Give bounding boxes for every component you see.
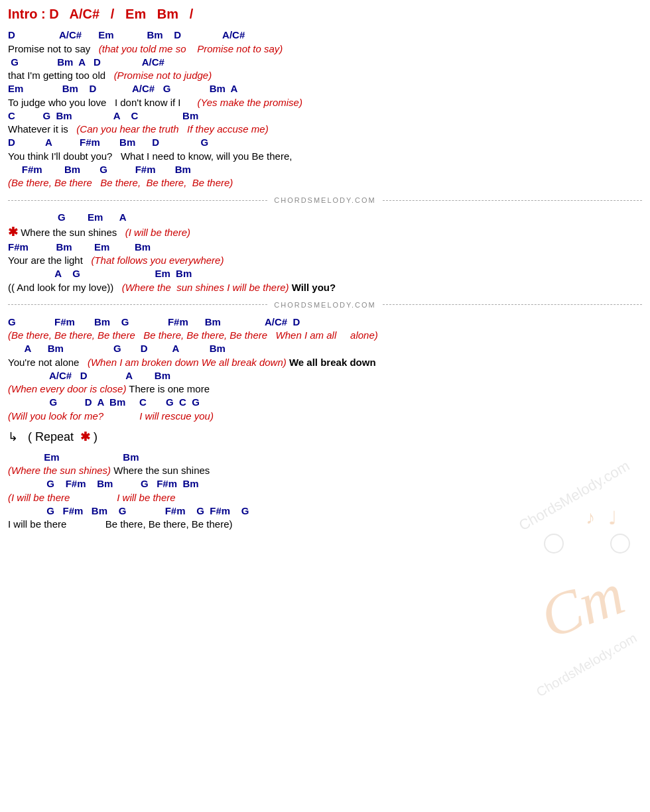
chord-line: D A F#m Bm D G bbox=[8, 136, 642, 149]
intro-chords: D A/C# / Em Bm / bbox=[49, 7, 193, 21]
lyric-line: (Will you look for me? I will rescue you… bbox=[8, 409, 642, 423]
chord-line: G F#m Bm G F#m Bm A/C# D bbox=[8, 316, 642, 329]
lyric-line: that I'm getting too old (Promise not to… bbox=[8, 68, 642, 82]
chord-line: G Em A bbox=[8, 211, 642, 224]
chord-line: Em Bm D A/C# G Bm A bbox=[8, 82, 642, 95]
lyric-line: (Be there, Be there Be there, Be there, … bbox=[8, 176, 642, 190]
section-1: D A/C# Em Bm D A/C# Promise not to say (… bbox=[8, 29, 642, 190]
lyric-line: (( And look for my love)) (Where the sun… bbox=[8, 280, 642, 294]
chord-line: F#m Bm Em Bm bbox=[8, 241, 642, 254]
watermark-text-bottom: ChordsMelody.com bbox=[534, 630, 639, 700]
intro-line: Intro : D A/C# / Em Bm / bbox=[8, 7, 642, 22]
watermark-cm: Cm bbox=[531, 559, 633, 652]
lyric-line: ✱ Where the sun shines (I will be there) bbox=[8, 224, 642, 241]
lyric-line: (Where the sun shines) Where the sun shi… bbox=[8, 463, 642, 477]
chord-line: D A/C# Em Bm D A/C# bbox=[8, 29, 642, 42]
lyric-line: To judge who you love I don't know if I … bbox=[8, 95, 642, 109]
chord-line: A Bm G D A Bm bbox=[8, 342, 642, 355]
lyric-line: Your are the light (That follows you eve… bbox=[8, 253, 642, 267]
lyric-line: You think I'll doubt you? What I need to… bbox=[8, 149, 642, 163]
chord-line: A/C# D A Bm bbox=[8, 369, 642, 382]
chord-line: G Bm A D A/C# bbox=[8, 56, 642, 69]
intro-label: Intro : bbox=[8, 7, 46, 21]
divider-line-left bbox=[8, 200, 267, 201]
watermark-circle-left bbox=[544, 534, 564, 553]
page-content: Intro : D A/C# / Em Bm / D A/C# Em Bm D … bbox=[8, 7, 642, 531]
divider-line-left bbox=[8, 304, 267, 305]
chord-line: A G Em Bm bbox=[8, 267, 642, 280]
chord-line: G F#m Bm G F#m G F#m G bbox=[8, 504, 642, 518]
divider-line-right bbox=[383, 304, 642, 305]
chord-line: G D A Bm C G C G bbox=[8, 396, 642, 409]
divider-text: CHORDSMELODY.COM bbox=[274, 196, 375, 204]
chord-line: G F#m Bm G F#m Bm bbox=[8, 477, 642, 491]
repeat-arrow: ↳ bbox=[8, 430, 18, 443]
lyric-line: (I will be there I will be there bbox=[8, 491, 642, 504]
watermark-circle-right bbox=[610, 534, 630, 553]
divider-1: CHORDSMELODY.COM bbox=[8, 196, 642, 204]
section-3: G F#m Bm G F#m Bm A/C# D (Be there, Be t… bbox=[8, 316, 642, 423]
lyric-line: I will be there Be there, Be there, Be t… bbox=[8, 517, 642, 531]
chord-line: C G Bm A C Bm bbox=[8, 109, 642, 123]
lyric-line: Promise not to say (that you told me so … bbox=[8, 42, 642, 56]
divider-line-right bbox=[383, 200, 642, 201]
lyric-line: Whatever it is (Can you hear the truth I… bbox=[8, 122, 642, 136]
section-2: G Em A ✱ Where the sun shines (I will be… bbox=[8, 211, 642, 294]
watermark-circles bbox=[544, 534, 630, 553]
lyric-line: (Be there, Be there, Be there Be there, … bbox=[8, 328, 642, 342]
repeat-line: ↳ ( Repeat ✱ ) bbox=[8, 430, 642, 444]
chord-line: Em Bm bbox=[8, 451, 642, 464]
chord-line: F#m Bm G F#m Bm bbox=[8, 163, 642, 176]
divider-2: CHORDSMELODY.COM bbox=[8, 301, 642, 309]
divider-text: CHORDSMELODY.COM bbox=[274, 301, 375, 309]
section-4: Em Bm (Where the sun shines) Where the s… bbox=[8, 451, 642, 532]
lyric-line: You're not alone (When I am broken down … bbox=[8, 355, 642, 369]
repeat-text: ( Repeat ✱ ) bbox=[21, 430, 98, 443]
lyric-line: (When every door is close) There is one … bbox=[8, 382, 642, 396]
